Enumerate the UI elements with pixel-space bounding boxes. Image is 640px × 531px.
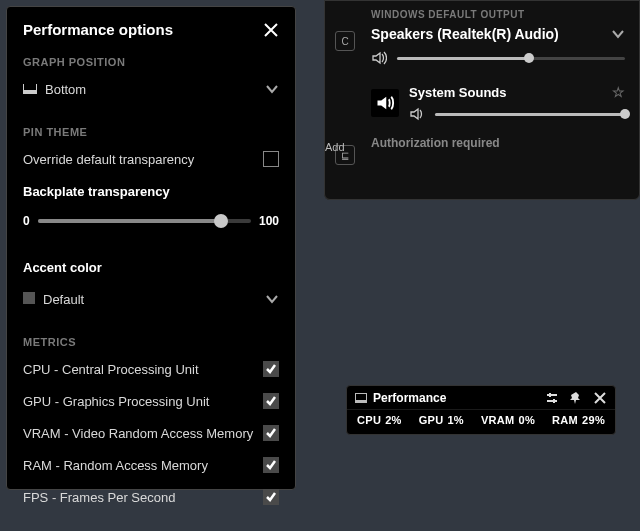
perf-stat: CPU2% (357, 414, 402, 426)
metric-checkbox[interactable] (263, 425, 279, 441)
app-volume-slider[interactable] (435, 113, 625, 116)
section-metrics: METRICS (23, 336, 279, 348)
metric-row[interactable]: RAM - Random Access Memory (23, 452, 279, 478)
app-name-label: System Sounds (409, 85, 507, 100)
perf-stat: GPU1% (419, 414, 464, 426)
chevron-down-icon (611, 27, 625, 41)
metric-label: CPU - Central Processing Unit (23, 362, 199, 377)
metric-row[interactable]: GPU - Graphics Processing Unit (23, 388, 279, 414)
backplate-transparency-label: Backplate transparency (23, 184, 170, 199)
backplate-transparency-slider[interactable] (38, 219, 251, 223)
perf-stat: VRAM0% (481, 414, 535, 426)
metric-row[interactable]: VRAM - Video Random Access Memory (23, 420, 279, 446)
close-icon[interactable] (263, 22, 279, 38)
speaker-icon[interactable] (371, 50, 387, 66)
overlay-title: Performance (373, 391, 446, 405)
override-transparency-checkbox[interactable] (263, 151, 279, 167)
section-graph-position: GRAPH POSITION (23, 56, 279, 68)
chevron-down-icon (265, 292, 279, 306)
slider-min: 0 (23, 214, 30, 228)
graph-position-dropdown[interactable]: Bottom (23, 76, 279, 102)
chevron-down-icon (265, 82, 279, 96)
performance-overlay: Performance CPU2%GPU1%VRAM0%RAM29% (346, 385, 616, 435)
audio-section-heading: WINDOWS DEFAULT OUTPUT (371, 9, 625, 20)
pin-icon[interactable] (569, 391, 583, 405)
accent-color-dropdown[interactable]: Default (23, 286, 279, 312)
metric-checkbox[interactable] (263, 489, 279, 505)
master-volume-slider[interactable] (397, 57, 625, 60)
system-sounds-icon (371, 89, 399, 117)
position-bottom-icon (23, 84, 37, 94)
panel-title: Performance options (23, 21, 173, 38)
close-icon[interactable] (593, 391, 607, 405)
color-swatch-icon (23, 292, 35, 304)
section-pin-theme: PIN THEME (23, 126, 279, 138)
accent-color-label: Accent color (23, 260, 102, 275)
metric-checkbox[interactable] (263, 457, 279, 473)
favorite-star-icon[interactable]: ☆ (612, 84, 625, 100)
metric-row[interactable]: FPS - Frames Per Second (23, 484, 279, 510)
settings-sliders-icon[interactable] (545, 391, 559, 405)
metric-label: GPU - Graphics Processing Unit (23, 394, 209, 409)
metric-label: RAM - Random Access Memory (23, 458, 208, 473)
audio-flyout-panel: C ⊑ Add WINDOWS DEFAULT OUTPUT Speakers … (324, 0, 640, 200)
slider-max: 100 (259, 214, 279, 228)
metric-checkbox[interactable] (263, 361, 279, 377)
metric-row[interactable]: CPU - Central Processing Unit (23, 356, 279, 382)
metric-label: VRAM - Video Random Access Memory (23, 426, 253, 441)
monitor-icon (355, 393, 367, 403)
performance-options-panel: Performance options GRAPH POSITION Botto… (6, 6, 296, 490)
authorization-required-text: Authorization required (371, 136, 625, 150)
metric-label: FPS - Frames Per Second (23, 490, 175, 505)
metric-checkbox[interactable] (263, 393, 279, 409)
speaker-icon[interactable] (409, 106, 425, 122)
override-transparency-row[interactable]: Override default transparency (23, 146, 279, 172)
audio-device-dropdown[interactable]: Speakers (Realtek(R) Audio) (371, 26, 625, 42)
app-volume-row: System Sounds ☆ (371, 84, 625, 122)
perf-stat: RAM29% (552, 414, 605, 426)
